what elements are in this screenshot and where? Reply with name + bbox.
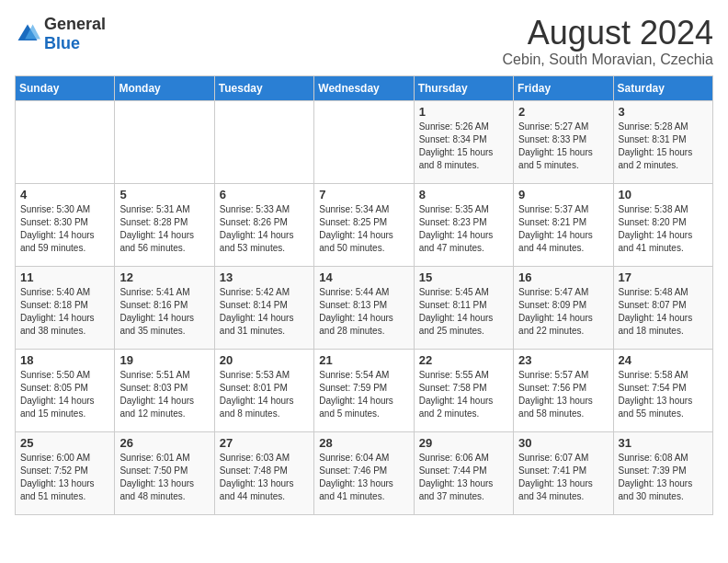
day-number: 5 <box>119 188 209 201</box>
calendar-cell: 13Sunrise: 5:42 AM Sunset: 8:14 PM Dayli… <box>214 266 313 349</box>
day-info: Sunrise: 6:08 AM Sunset: 7:39 PM Dayligh… <box>619 452 708 503</box>
day-info: Sunrise: 5:31 AM Sunset: 8:28 PM Dayligh… <box>119 203 209 255</box>
logo-icon <box>15 21 40 47</box>
header-monday: Monday <box>115 75 214 100</box>
calendar-cell: 3Sunrise: 5:28 AM Sunset: 8:31 PM Daylig… <box>613 100 712 183</box>
header-tuesday: Tuesday <box>214 75 313 100</box>
logo-blue: Blue <box>44 34 80 52</box>
month-year-title: August 2024 <box>503 15 713 52</box>
calendar-cell: 14Sunrise: 5:44 AM Sunset: 8:13 PM Dayli… <box>314 266 414 349</box>
calendar-cell: 6Sunrise: 5:33 AM Sunset: 8:26 PM Daylig… <box>214 183 313 266</box>
day-number: 21 <box>319 353 408 367</box>
day-number: 8 <box>419 188 508 201</box>
header-wednesday: Wednesday <box>314 75 414 100</box>
day-number: 12 <box>119 270 209 284</box>
calendar-cell: 17Sunrise: 5:48 AM Sunset: 8:07 PM Dayli… <box>613 266 712 349</box>
calendar-cell: 19Sunrise: 5:51 AM Sunset: 8:03 PM Dayli… <box>115 349 214 431</box>
header-thursday: Thursday <box>414 75 513 100</box>
calendar-cell: 5Sunrise: 5:31 AM Sunset: 8:28 PM Daylig… <box>115 183 214 266</box>
calendar-cell: 22Sunrise: 5:55 AM Sunset: 7:58 PM Dayli… <box>414 349 513 431</box>
day-info: Sunrise: 5:34 AM Sunset: 8:25 PM Dayligh… <box>319 203 408 255</box>
day-number: 11 <box>20 270 109 284</box>
logo-general: General <box>44 15 106 33</box>
calendar-cell: 10Sunrise: 5:38 AM Sunset: 8:20 PM Dayli… <box>613 183 712 266</box>
day-number: 17 <box>619 270 708 284</box>
calendar-cell: 23Sunrise: 5:57 AM Sunset: 7:56 PM Dayli… <box>514 349 613 431</box>
day-number: 15 <box>419 270 508 284</box>
day-number: 29 <box>419 436 508 450</box>
day-info: Sunrise: 5:37 AM Sunset: 8:21 PM Dayligh… <box>518 203 608 255</box>
calendar-cell: 18Sunrise: 5:50 AM Sunset: 8:05 PM Dayli… <box>16 349 115 431</box>
calendar-cell <box>115 100 214 183</box>
calendar-cell: 26Sunrise: 6:01 AM Sunset: 7:50 PM Dayli… <box>115 431 214 514</box>
day-info: Sunrise: 6:04 AM Sunset: 7:46 PM Dayligh… <box>319 452 408 503</box>
day-info: Sunrise: 5:53 AM Sunset: 8:01 PM Dayligh… <box>220 369 309 420</box>
day-info: Sunrise: 5:50 AM Sunset: 8:05 PM Dayligh… <box>20 369 109 420</box>
day-number: 16 <box>518 270 608 284</box>
day-number: 28 <box>319 436 408 450</box>
calendar-cell <box>214 100 313 183</box>
day-info: Sunrise: 5:57 AM Sunset: 7:56 PM Dayligh… <box>518 369 608 420</box>
logo-text: General Blue <box>44 15 106 53</box>
calendar-cell <box>16 100 115 183</box>
day-info: Sunrise: 5:45 AM Sunset: 8:11 PM Dayligh… <box>419 286 508 338</box>
day-info: Sunrise: 5:51 AM Sunset: 8:03 PM Dayligh… <box>119 369 209 420</box>
day-number: 19 <box>119 353 209 367</box>
day-number: 25 <box>20 436 109 450</box>
day-info: Sunrise: 5:33 AM Sunset: 8:26 PM Dayligh… <box>220 203 309 255</box>
day-info: Sunrise: 5:35 AM Sunset: 8:23 PM Dayligh… <box>419 203 508 255</box>
calendar-week-5: 25Sunrise: 6:00 AM Sunset: 7:52 PM Dayli… <box>16 431 713 514</box>
day-info: Sunrise: 6:06 AM Sunset: 7:44 PM Dayligh… <box>419 452 508 503</box>
location-subtitle: Cebin, South Moravian, Czechia <box>503 52 713 68</box>
calendar-cell: 11Sunrise: 5:40 AM Sunset: 8:18 PM Dayli… <box>16 266 115 349</box>
day-number: 20 <box>220 353 309 367</box>
calendar-week-3: 11Sunrise: 5:40 AM Sunset: 8:18 PM Dayli… <box>16 266 713 349</box>
day-number: 18 <box>20 353 109 367</box>
day-info: Sunrise: 5:38 AM Sunset: 8:20 PM Dayligh… <box>619 203 708 255</box>
calendar-cell: 21Sunrise: 5:54 AM Sunset: 7:59 PM Dayli… <box>314 349 414 431</box>
day-info: Sunrise: 5:54 AM Sunset: 7:59 PM Dayligh… <box>319 369 408 420</box>
day-number: 24 <box>619 353 708 367</box>
calendar-week-1: 1Sunrise: 5:26 AM Sunset: 8:34 PM Daylig… <box>16 100 713 183</box>
calendar-cell: 24Sunrise: 5:58 AM Sunset: 7:54 PM Dayli… <box>613 349 712 431</box>
day-number: 9 <box>518 188 608 201</box>
day-number: 14 <box>319 270 408 284</box>
day-info: Sunrise: 5:48 AM Sunset: 8:07 PM Dayligh… <box>619 286 708 338</box>
day-number: 7 <box>319 188 408 201</box>
day-info: Sunrise: 5:58 AM Sunset: 7:54 PM Dayligh… <box>619 369 708 420</box>
calendar-cell: 25Sunrise: 6:00 AM Sunset: 7:52 PM Dayli… <box>16 431 115 514</box>
title-block: August 2024 Cebin, South Moravian, Czech… <box>503 15 713 68</box>
day-number: 4 <box>20 188 109 201</box>
day-number: 27 <box>220 436 309 450</box>
day-info: Sunrise: 5:27 AM Sunset: 8:33 PM Dayligh… <box>518 121 608 172</box>
day-number: 22 <box>419 353 508 367</box>
day-number: 26 <box>119 436 209 450</box>
calendar-week-2: 4Sunrise: 5:30 AM Sunset: 8:30 PM Daylig… <box>16 183 713 266</box>
calendar-week-4: 18Sunrise: 5:50 AM Sunset: 8:05 PM Dayli… <box>16 349 713 431</box>
day-info: Sunrise: 5:55 AM Sunset: 7:58 PM Dayligh… <box>419 369 508 420</box>
calendar-header-row: SundayMondayTuesdayWednesdayThursdayFrid… <box>16 75 713 100</box>
day-info: Sunrise: 6:00 AM Sunset: 7:52 PM Dayligh… <box>20 452 109 503</box>
day-info: Sunrise: 5:41 AM Sunset: 8:16 PM Dayligh… <box>119 286 209 338</box>
logo: General Blue <box>15 15 106 53</box>
day-number: 23 <box>518 353 608 367</box>
day-info: Sunrise: 6:01 AM Sunset: 7:50 PM Dayligh… <box>119 452 209 503</box>
day-info: Sunrise: 6:03 AM Sunset: 7:48 PM Dayligh… <box>220 452 309 503</box>
day-number: 2 <box>518 105 608 119</box>
calendar-cell: 31Sunrise: 6:08 AM Sunset: 7:39 PM Dayli… <box>613 431 712 514</box>
header-saturday: Saturday <box>613 75 712 100</box>
calendar-cell: 4Sunrise: 5:30 AM Sunset: 8:30 PM Daylig… <box>16 183 115 266</box>
calendar-cell <box>314 100 414 183</box>
calendar-cell: 2Sunrise: 5:27 AM Sunset: 8:33 PM Daylig… <box>514 100 613 183</box>
day-number: 13 <box>220 270 309 284</box>
day-info: Sunrise: 5:28 AM Sunset: 8:31 PM Dayligh… <box>619 121 708 172</box>
calendar-cell: 16Sunrise: 5:47 AM Sunset: 8:09 PM Dayli… <box>514 266 613 349</box>
day-info: Sunrise: 5:47 AM Sunset: 8:09 PM Dayligh… <box>518 286 608 338</box>
header-sunday: Sunday <box>16 75 115 100</box>
calendar-cell: 20Sunrise: 5:53 AM Sunset: 8:01 PM Dayli… <box>214 349 313 431</box>
calendar-cell: 1Sunrise: 5:26 AM Sunset: 8:34 PM Daylig… <box>414 100 513 183</box>
day-info: Sunrise: 5:44 AM Sunset: 8:13 PM Dayligh… <box>319 286 408 338</box>
day-info: Sunrise: 5:40 AM Sunset: 8:18 PM Dayligh… <box>20 286 109 338</box>
calendar-cell: 7Sunrise: 5:34 AM Sunset: 8:25 PM Daylig… <box>314 183 414 266</box>
day-number: 6 <box>220 188 309 201</box>
